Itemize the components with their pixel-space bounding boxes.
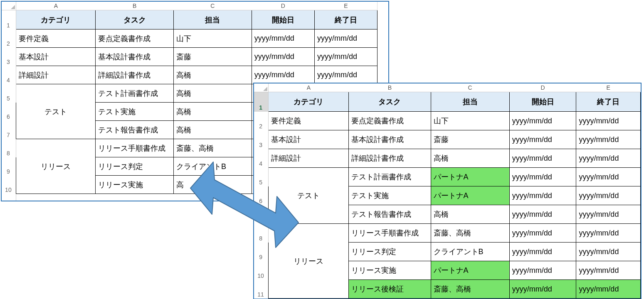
cell-assignee[interactable]: パートナA <box>431 186 509 205</box>
cell-task[interactable]: 基本設計書作成 <box>96 48 174 66</box>
row-header[interactable]: 2 <box>2 29 16 48</box>
header-category[interactable]: カテゴリ <box>16 10 96 29</box>
row-header[interactable]: 6 <box>2 103 16 121</box>
row-header[interactable]: 11 <box>254 280 269 299</box>
cell-start[interactable]: yyyy/mm/dd <box>509 205 576 224</box>
cell-assignee[interactable]: 高橋 <box>174 84 252 103</box>
cell-task[interactable]: リリース後検証 <box>349 280 431 299</box>
cell-assignee[interactable]: 山下 <box>431 112 509 130</box>
cell-assignee[interactable]: 高橋 <box>174 121 252 139</box>
header-task[interactable]: タスク <box>349 92 431 112</box>
cell-start[interactable]: yyyy/mm/dd <box>252 48 314 66</box>
cell-assignee[interactable]: パートナA <box>431 168 509 186</box>
cell-end[interactable]: yyyy/mm/dd <box>576 261 641 280</box>
cell-category[interactable]: 基本設計 <box>269 130 349 149</box>
row-header[interactable]: 3 <box>2 48 16 66</box>
select-all-corner[interactable] <box>254 83 269 92</box>
cell-start[interactable]: yyyy/mm/dd <box>509 224 576 243</box>
cell-task[interactable]: テスト実施 <box>96 103 174 121</box>
col-header-B[interactable]: B <box>349 83 431 92</box>
row-header[interactable]: 10 <box>2 176 16 194</box>
cell-category[interactable]: 要件定義 <box>16 29 96 48</box>
cell-assignee[interactable]: パートナA <box>431 261 509 280</box>
cell-end[interactable]: yyyy/mm/dd <box>314 48 377 66</box>
cell-task[interactable]: 詳細設計書作成 <box>349 149 431 168</box>
col-header-B[interactable]: B <box>96 2 174 10</box>
cell-assignee[interactable]: 高橋 <box>431 149 509 168</box>
cell-end[interactable]: yyyy/mm/dd <box>576 168 641 186</box>
cell-task[interactable]: テスト報告書作成 <box>349 205 431 224</box>
cell-task[interactable]: リリース手順書作成 <box>96 139 174 157</box>
cell-start[interactable]: yyyy/mm/dd <box>509 186 576 205</box>
cell-start[interactable]: yyyy/mm/dd <box>509 168 576 186</box>
cell-task[interactable]: リリース実施 <box>96 176 174 194</box>
cell-end[interactable]: yyyy/mm/dd <box>576 243 641 261</box>
cell-task[interactable]: 詳細設計書作成 <box>96 66 174 84</box>
row-header[interactable]: 7 <box>254 205 269 224</box>
cell-assignee[interactable]: 山下 <box>174 29 252 48</box>
cell-end[interactable]: yyyy/mm/dd <box>576 224 641 243</box>
col-header-E[interactable]: E <box>576 83 641 92</box>
header-assignee[interactable]: 担当 <box>431 92 509 112</box>
cell-task[interactable]: テスト実施 <box>349 186 431 205</box>
cell-task[interactable]: 要点定義書作成 <box>96 29 174 48</box>
col-header-D[interactable]: D <box>252 2 314 10</box>
cell-task[interactable]: 基本設計書作成 <box>349 130 431 149</box>
cell-start[interactable]: yyyy/mm/dd <box>252 29 314 48</box>
cell-end[interactable]: yyyy/mm/dd <box>314 29 377 48</box>
cell-assignee[interactable]: 高橋 <box>431 205 509 224</box>
col-header-A[interactable]: A <box>16 2 96 10</box>
row-header[interactable]: 4 <box>254 149 269 168</box>
cell-start[interactable]: yyyy/mm/dd <box>509 243 576 261</box>
col-header-A[interactable]: A <box>269 83 349 92</box>
header-start[interactable]: 開始日 <box>509 92 576 112</box>
cell-category[interactable]: テスト <box>16 84 96 139</box>
cell-task[interactable]: 要点定義書作成 <box>349 112 431 130</box>
cell-end[interactable]: yyyy/mm/dd <box>576 186 641 205</box>
cell-category[interactable]: 詳細設計 <box>269 149 349 168</box>
row-header[interactable]: 6 <box>254 186 269 205</box>
row-header[interactable]: 9 <box>2 157 16 176</box>
row-header[interactable]: 2 <box>254 112 269 130</box>
cell-assignee[interactable]: クライアントB <box>174 157 252 176</box>
header-end[interactable]: 終了日 <box>314 10 377 29</box>
cell-end[interactable]: yyyy/mm/dd <box>576 280 641 299</box>
cell-start[interactable]: yyyy/mm/dd <box>509 130 576 149</box>
cell-task[interactable]: リリース実施 <box>349 261 431 280</box>
cell-assignee[interactable]: クライアントB <box>431 243 509 261</box>
header-end[interactable]: 終了日 <box>576 92 641 112</box>
row-header[interactable]: 5 <box>254 168 269 186</box>
cell-category[interactable]: リリース <box>269 224 349 299</box>
cell-end[interactable]: yyyy/mm/dd <box>576 149 641 168</box>
row-header[interactable]: 8 <box>2 139 16 157</box>
cell-task[interactable]: テスト報告書作成 <box>96 121 174 139</box>
cell-assignee[interactable]: 高橋 <box>174 66 252 84</box>
cell-start[interactable]: yyyy/mm/dd <box>509 149 576 168</box>
row-header[interactable]: 7 <box>2 121 16 139</box>
cell-end[interactable]: yyyy/mm/dd <box>576 205 641 224</box>
cell-category[interactable]: 基本設計 <box>16 48 96 66</box>
cell-task[interactable]: テスト計画書作成 <box>349 168 431 186</box>
header-task[interactable]: タスク <box>96 10 174 29</box>
cell-assignee[interactable]: 斎藤 <box>174 48 252 66</box>
cell-task[interactable]: リリース手順書作成 <box>349 224 431 243</box>
row-header[interactable]: 3 <box>254 130 269 149</box>
cell-end[interactable]: yyyy/mm/dd <box>576 130 641 149</box>
row-header[interactable]: 8 <box>254 224 269 243</box>
select-all-corner[interactable] <box>2 2 16 10</box>
cell-assignee[interactable]: 斎藤、高橋 <box>174 139 252 157</box>
cell-assignee[interactable]: 斎藤 <box>431 130 509 149</box>
col-header-C[interactable]: C <box>431 83 509 92</box>
col-header-C[interactable]: C <box>174 2 252 10</box>
row-header[interactable]: 10 <box>254 261 269 280</box>
header-category[interactable]: カテゴリ <box>269 92 349 112</box>
cell-start[interactable]: yyyy/mm/dd <box>509 280 576 299</box>
cell-start[interactable]: yyyy/mm/dd <box>252 66 314 84</box>
cell-assignee[interactable]: 高橋 <box>174 103 252 121</box>
cell-category[interactable]: 要件定義 <box>269 112 349 130</box>
cell-category[interactable]: 詳細設計 <box>16 66 96 84</box>
cell-assignee[interactable]: 斎藤、高橋 <box>431 280 509 299</box>
cell-end[interactable]: yyyy/mm/dd <box>314 66 377 84</box>
cell-category[interactable]: テスト <box>269 168 349 224</box>
row-header[interactable]: 9 <box>254 243 269 261</box>
